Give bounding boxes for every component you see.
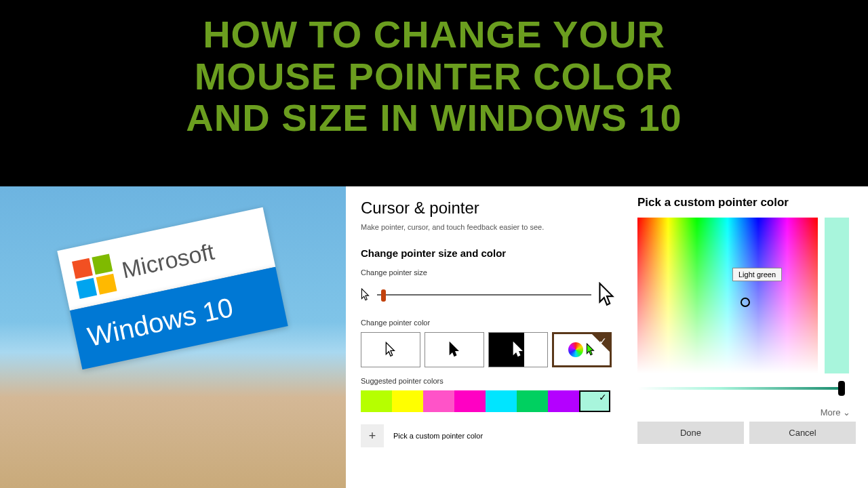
color-value-column[interactable] bbox=[825, 218, 849, 373]
color-gradient-field[interactable]: Light green bbox=[637, 218, 818, 373]
thumbnail-title: HOW TO CHANGE YOUR MOUSE POINTER COLOR A… bbox=[0, 14, 868, 139]
check-icon: ✓ bbox=[599, 336, 607, 346]
pointer-color-label: Change pointer color bbox=[361, 319, 616, 327]
pointer-size-slider[interactable] bbox=[377, 294, 591, 296]
suggested-color-swatch[interactable] bbox=[486, 390, 517, 412]
title-line-2: MOUSE POINTER COLOR bbox=[195, 55, 674, 98]
suggested-colors-label: Suggested pointer colors bbox=[361, 377, 616, 385]
windows10-promo-photo: Microsoft Windows 10 bbox=[0, 186, 346, 488]
suggested-color-swatch[interactable] bbox=[361, 390, 392, 412]
done-button[interactable]: Done bbox=[637, 422, 744, 444]
hue-slider-thumb[interactable] bbox=[838, 381, 845, 396]
cursor-pointer-settings: Cursor & pointer Make pointer, cursor, a… bbox=[346, 186, 631, 488]
color-tooltip: Light green bbox=[732, 268, 782, 281]
chevron-down-icon: ⌄ bbox=[843, 407, 850, 418]
plus-icon: + bbox=[369, 429, 376, 443]
pick-custom-row: + Pick a custom pointer color bbox=[361, 424, 616, 447]
suggested-color-swatch[interactable] bbox=[454, 390, 486, 412]
suggested-color-swatch[interactable] bbox=[392, 390, 423, 412]
pick-custom-label: Pick a custom pointer color bbox=[393, 432, 483, 440]
title-line-1: HOW TO CHANGE YOUR bbox=[203, 13, 665, 56]
pointer-color-options: ✓ bbox=[361, 332, 616, 367]
suggested-colors-row bbox=[361, 390, 616, 412]
pointer-option-black[interactable] bbox=[425, 332, 484, 367]
color-wheel-icon bbox=[568, 342, 583, 357]
pointer-size-row bbox=[361, 282, 616, 308]
hue-slider[interactable] bbox=[637, 387, 842, 390]
suggested-color-swatch[interactable] bbox=[548, 390, 579, 412]
settings-section-heading: Change pointer size and color bbox=[361, 247, 616, 259]
settings-heading: Cursor & pointer bbox=[361, 199, 616, 218]
title-line-3: AND SIZE IN WINDOWS 10 bbox=[186, 96, 682, 139]
microsoft-logo-icon bbox=[72, 253, 117, 298]
suggested-color-swatch[interactable] bbox=[579, 390, 610, 412]
color-selection-ring[interactable] bbox=[741, 298, 750, 307]
pointer-option-white[interactable] bbox=[361, 332, 420, 367]
pointer-option-custom[interactable]: ✓ bbox=[552, 332, 612, 367]
suggested-color-swatch[interactable] bbox=[423, 390, 454, 412]
more-toggle[interactable]: More ⌄ bbox=[637, 407, 856, 418]
windows10-sign: Microsoft Windows 10 bbox=[57, 207, 302, 436]
microsoft-brand-text: Microsoft bbox=[119, 238, 216, 283]
cursor-small-icon bbox=[361, 288, 370, 302]
slider-thumb[interactable] bbox=[381, 289, 386, 302]
pointer-size-label: Change pointer size bbox=[361, 268, 616, 277]
cursor-large-icon bbox=[598, 282, 616, 308]
pointer-option-inverted[interactable] bbox=[488, 332, 548, 367]
suggested-color-swatch[interactable] bbox=[517, 390, 548, 412]
settings-description: Make pointer, cursor, and touch feedback… bbox=[361, 223, 616, 231]
cancel-button[interactable]: Cancel bbox=[749, 422, 856, 444]
add-custom-color-button[interactable]: + bbox=[361, 424, 384, 447]
color-picker-heading: Pick a custom pointer color bbox=[637, 196, 856, 209]
custom-color-picker-panel: Pick a custom pointer color Light green … bbox=[631, 186, 868, 488]
